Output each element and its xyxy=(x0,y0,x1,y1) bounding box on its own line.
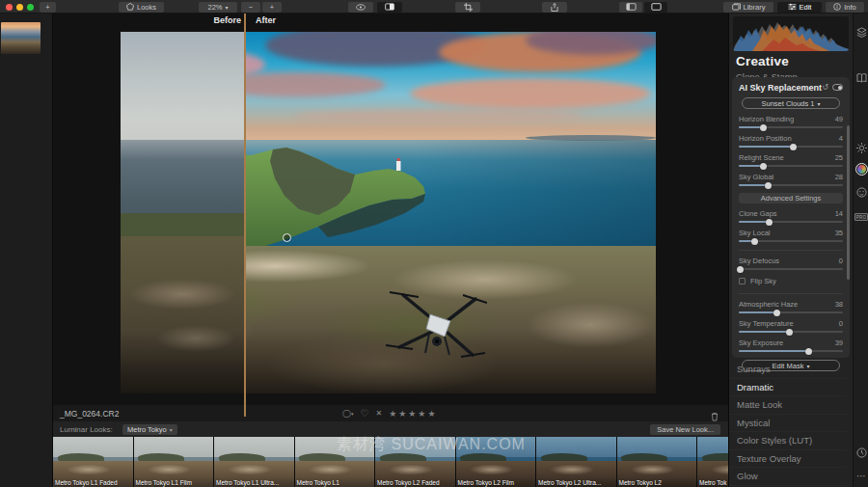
slider-sky-temperature[interactable]: Sky Temperature0 xyxy=(739,319,843,333)
before-after-divider[interactable] xyxy=(244,14,247,417)
filename-label: _MG_0264.CR2 xyxy=(60,409,119,419)
portrait-face-icon[interactable] xyxy=(854,185,868,199)
professional-pro-icon[interactable]: PRO xyxy=(854,210,868,224)
zoom-in-button[interactable]: + xyxy=(262,2,282,13)
filter-item-glow[interactable]: Glow xyxy=(729,468,847,486)
slider-sky-local[interactable]: Sky Local35 xyxy=(739,229,843,242)
crop-button[interactable] xyxy=(455,2,480,13)
filter-item-color-styles-lut[interactable]: Color Styles (LUT) xyxy=(729,432,847,450)
before-label: Before xyxy=(188,15,241,25)
slider-sky-global[interactable]: Sky Global28 xyxy=(739,173,843,186)
creative-color-wheel-icon[interactable] xyxy=(854,162,868,176)
slider-thumb[interactable] xyxy=(790,144,797,150)
star-rating[interactable]: ★★★★★ xyxy=(389,409,437,419)
preview-eye-button[interactable] xyxy=(348,2,373,13)
maximize-window-button[interactable] xyxy=(27,4,34,11)
zoom-out-button[interactable]: − xyxy=(241,2,260,13)
look-thumbnail[interactable]: Metro Tokyo L1 Ultra... xyxy=(214,437,294,487)
close-window-button[interactable] xyxy=(6,4,13,11)
look-label: Metro Tokyo L2 Film xyxy=(458,479,514,486)
slider-track[interactable] xyxy=(739,184,843,186)
slider-track[interactable] xyxy=(739,146,843,148)
filter-list: Sunrays Dramatic Matte Look Mystical Col… xyxy=(729,361,847,487)
look-thumbnail[interactable]: Metro Tokyo L1 Faded xyxy=(53,437,133,487)
filter-item-dramatic[interactable]: Dramatic xyxy=(729,379,847,397)
minimize-window-button[interactable] xyxy=(16,4,23,11)
zoom-level-value: 22% xyxy=(207,3,222,12)
look-thumbnail[interactable]: Metro Tokyo L2 xyxy=(617,437,697,487)
look-thumbnail[interactable]: Metro Tokyo L1 Film xyxy=(134,437,214,487)
look-label: Metro Tokyo L2 xyxy=(619,479,662,486)
color-label-button[interactable]: ◯▾ xyxy=(342,409,353,418)
photo-preview[interactable] xyxy=(121,32,656,393)
reset-icon[interactable]: ↺ xyxy=(822,83,828,92)
cloud xyxy=(294,109,583,122)
history-clock-icon[interactable] xyxy=(854,446,868,459)
export-button[interactable] xyxy=(542,2,567,13)
slider-horizon-position[interactable]: Horizon Position4 xyxy=(739,134,843,148)
after-label: After xyxy=(256,15,276,25)
slider-thumb[interactable] xyxy=(760,124,767,131)
luminar-window: + Looks 22% ▾ − + Lib xyxy=(0,0,868,487)
slider-track[interactable] xyxy=(739,240,843,242)
slider-track[interactable] xyxy=(739,268,843,270)
panel-scrollbar[interactable] xyxy=(847,125,850,280)
slider-relight-scene[interactable]: Relight Scene25 xyxy=(739,153,843,167)
more-options-dots-icon[interactable]: ⋯ xyxy=(854,469,868,482)
tab-info[interactable]: Info xyxy=(826,2,864,13)
single-view-button[interactable] xyxy=(644,2,667,13)
layers-icon[interactable] xyxy=(854,25,868,39)
tab-library[interactable]: Library xyxy=(723,2,773,13)
advanced-settings-button[interactable]: Advanced Settings xyxy=(739,193,843,203)
slider-thumb[interactable] xyxy=(760,163,767,170)
look-thumbnail[interactable]: Metro Tok xyxy=(697,437,728,487)
slider-sky-exposure[interactable]: Sky Exposure39 xyxy=(739,338,843,352)
slider-sky-defocus[interactable]: Sky Defocus0 xyxy=(739,257,843,270)
slider-thumb[interactable] xyxy=(786,329,793,336)
slider-track[interactable] xyxy=(739,331,843,333)
flip-sky-row[interactable]: Flip Sky xyxy=(739,277,843,285)
save-new-look-button[interactable]: Save New Look... xyxy=(650,424,720,435)
slider-track[interactable] xyxy=(739,126,843,128)
slider-track[interactable] xyxy=(739,165,843,167)
tab-edit-label: Edit xyxy=(800,3,812,12)
add-button[interactable]: + xyxy=(40,2,56,13)
slider-thumb[interactable] xyxy=(765,182,772,189)
favorite-heart-icon[interactable]: ♡ xyxy=(360,408,368,419)
slider-track[interactable] xyxy=(739,350,843,352)
looks-button-label: Looks xyxy=(137,3,156,12)
slider-thumb[interactable] xyxy=(751,238,758,245)
tab-edit[interactable]: Edit xyxy=(777,2,822,13)
sky-preset-value: Sunset Clouds 1 xyxy=(761,99,814,108)
slider-thumb[interactable] xyxy=(805,348,812,355)
slider-label: Sky Global xyxy=(739,173,773,181)
slider-atmospheric-haze[interactable]: Atmospheric Haze38 xyxy=(739,300,843,313)
filter-item-matte-look[interactable]: Matte Look xyxy=(729,396,847,415)
catalog-book-icon[interactable] xyxy=(854,71,868,85)
looks-button[interactable]: Looks xyxy=(119,2,164,13)
before-rocks xyxy=(121,236,244,393)
slider-label: Sky Exposure xyxy=(739,338,783,347)
sky-preset-dropdown[interactable]: Sunset Clouds 1 ▾ xyxy=(742,97,840,109)
filmstrip-thumbnail[interactable] xyxy=(1,22,41,54)
slider-thumb[interactable] xyxy=(766,219,773,226)
library-icon xyxy=(732,3,741,11)
flip-sky-checkbox[interactable] xyxy=(739,278,746,284)
slider-track[interactable] xyxy=(739,221,843,223)
filter-enabled-toggle[interactable] xyxy=(832,84,843,91)
slider-track[interactable] xyxy=(739,311,843,313)
slider-clone-gaps[interactable]: Clone Gaps14 xyxy=(739,209,843,223)
filter-item-sunrays[interactable]: Sunrays xyxy=(729,361,847,379)
slider-thumb[interactable] xyxy=(737,266,744,273)
slider-thumb[interactable] xyxy=(773,310,780,316)
zoom-level-dropdown[interactable]: 22% ▾ xyxy=(199,2,237,13)
clear-rating-icon[interactable]: ✕ xyxy=(375,409,382,418)
lighthouse xyxy=(396,158,401,171)
essentials-sun-icon[interactable] xyxy=(854,141,868,154)
filter-item-mystical[interactable]: Mystical xyxy=(729,415,847,433)
compare-split-button[interactable] xyxy=(377,2,402,13)
filter-item-texture-overlay[interactable]: Texture Overlay xyxy=(729,450,847,469)
looks-collection-dropdown[interactable]: Metro Tokyo ▾ xyxy=(122,424,177,435)
filmstrip-view-button[interactable] xyxy=(619,2,642,13)
slider-horizon-blending[interactable]: Horizon Blending49 xyxy=(739,115,843,128)
